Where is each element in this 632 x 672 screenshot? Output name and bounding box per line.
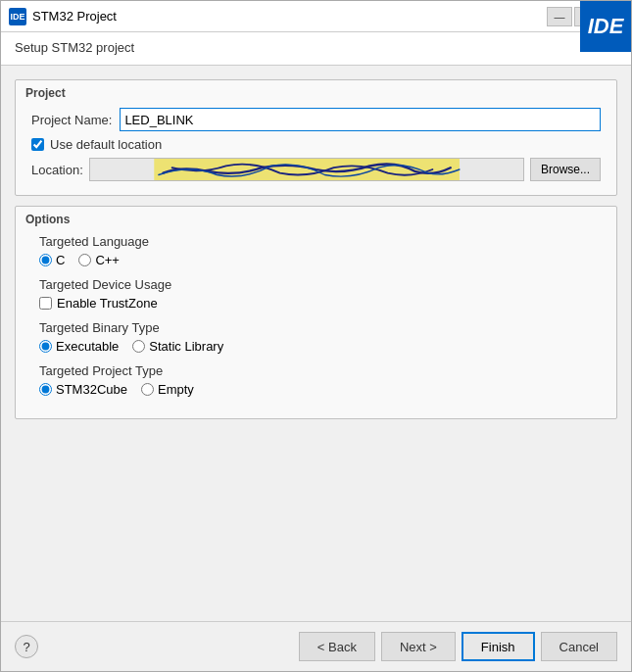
use-default-label: Use default location xyxy=(50,137,162,152)
title-bar: IDE STM32 Project — □ ✕ IDE xyxy=(1,1,631,32)
targeted-binary-group: Targeted Binary Type Executable Static L… xyxy=(39,320,601,354)
location-label: Location: xyxy=(31,163,83,177)
targeted-project-group: Targeted Project Type STM32Cube Empty xyxy=(39,363,601,397)
location-row: Location: Browse... xyxy=(31,158,601,181)
subtitle-bar: Setup STM32 project xyxy=(1,32,631,66)
binary-executable-item: Executable xyxy=(39,339,119,354)
title-bar-left: IDE STM32 Project xyxy=(9,8,117,25)
project-name-input[interactable] xyxy=(120,108,601,131)
help-button[interactable]: ? xyxy=(15,635,38,658)
location-scribble xyxy=(90,159,523,180)
project-radio-row: STM32Cube Empty xyxy=(39,382,601,397)
project-stm32cube-label: STM32Cube xyxy=(56,382,127,397)
svg-rect-0 xyxy=(154,159,460,180)
ide-badge: IDE xyxy=(580,1,631,52)
project-name-row: Project Name: xyxy=(31,108,601,131)
project-name-label: Project Name: xyxy=(31,113,112,127)
language-radio-row: C C++ xyxy=(39,253,601,267)
targeted-binary-label: Targeted Binary Type xyxy=(39,320,601,335)
targeted-device-label: Targeted Device Usage xyxy=(39,277,601,292)
cancel-button[interactable]: Cancel xyxy=(541,632,617,661)
use-default-location-row: Use default location xyxy=(31,137,601,152)
trustzone-label: Enable TrustZone xyxy=(57,296,158,311)
options-content: Targeted Language C C++ Target xyxy=(16,230,616,418)
finish-button[interactable]: Finish xyxy=(462,632,535,661)
binary-executable-radio[interactable] xyxy=(39,340,52,353)
binary-radio-row: Executable Static Library xyxy=(39,339,601,354)
binary-static-item: Static Library xyxy=(132,339,223,354)
minimize-button[interactable]: — xyxy=(547,7,572,26)
project-empty-label: Empty xyxy=(158,382,194,397)
language-c-item: C xyxy=(39,253,65,267)
binary-static-label: Static Library xyxy=(149,339,223,354)
back-button[interactable]: < Back xyxy=(299,632,375,661)
app-icon-small: IDE xyxy=(9,8,26,25)
content-area: Project Project Name: Use default locati… xyxy=(1,66,631,621)
language-c-label: C xyxy=(56,253,65,267)
project-empty-item: Empty xyxy=(141,382,194,397)
options-section-header: Options xyxy=(16,207,616,230)
subtitle-text: Setup STM32 project xyxy=(15,40,134,55)
browse-button[interactable]: Browse... xyxy=(530,158,601,181)
language-cpp-radio[interactable] xyxy=(78,254,91,266)
window-title: STM32 Project xyxy=(32,9,117,24)
project-stm32cube-radio[interactable] xyxy=(39,383,52,396)
use-default-checkbox[interactable] xyxy=(31,138,44,151)
language-cpp-label: C++ xyxy=(95,253,120,267)
project-section: Project Project Name: Use default locati… xyxy=(15,79,617,196)
location-input-wrapper xyxy=(89,158,524,181)
footer-left: ? xyxy=(15,635,38,658)
options-section: Options Targeted Language C C++ xyxy=(15,206,617,419)
targeted-language-group: Targeted Language C C++ xyxy=(39,234,601,267)
project-stm32cube-item: STM32Cube xyxy=(39,382,127,397)
footer-right: < Back Next > Finish Cancel xyxy=(299,632,617,661)
language-cpp-item: C++ xyxy=(78,253,120,267)
ide-badge-text: IDE xyxy=(588,14,624,39)
main-window: IDE STM32 Project — □ ✕ IDE Setup STM32 … xyxy=(0,0,632,672)
binary-executable-label: Executable xyxy=(56,339,119,354)
binary-static-radio[interactable] xyxy=(132,340,145,353)
footer: ? < Back Next > Finish Cancel xyxy=(1,621,631,671)
next-button[interactable]: Next > xyxy=(381,632,456,661)
project-empty-radio[interactable] xyxy=(141,383,154,396)
targeted-device-group: Targeted Device Usage Enable TrustZone xyxy=(39,277,601,311)
trustzone-checkbox[interactable] xyxy=(39,297,52,310)
trustzone-row: Enable TrustZone xyxy=(39,296,601,311)
project-section-header: Project xyxy=(16,80,616,104)
targeted-language-label: Targeted Language xyxy=(39,234,601,249)
project-section-content: Project Name: Use default location Locat… xyxy=(16,104,616,195)
targeted-project-label: Targeted Project Type xyxy=(39,363,601,378)
language-c-radio[interactable] xyxy=(39,254,52,266)
